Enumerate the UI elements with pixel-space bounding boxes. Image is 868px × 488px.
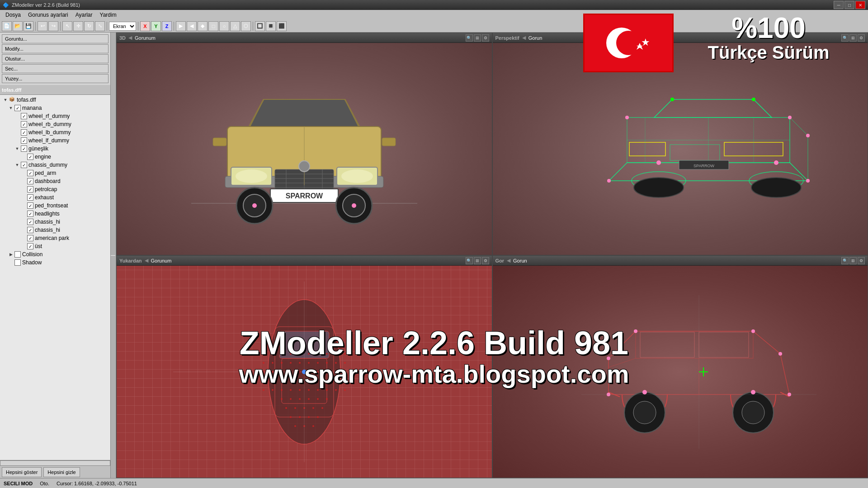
viewport-top-body[interactable] — [117, 266, 492, 478]
tree-shadow[interactable]: ▶ Shadow — [1, 258, 109, 267]
rotate-button[interactable]: ↻ — [84, 21, 94, 31]
tree-engine[interactable]: ▶ ✓ engine — [1, 153, 109, 161]
show-all-button[interactable]: Hepsini göster — [2, 467, 42, 477]
tree-root[interactable]: ▼ 📦 tofas.dff — [1, 96, 109, 104]
tool-6[interactable]: △ — [230, 21, 240, 31]
tool-7[interactable]: ⬡ — [241, 21, 251, 31]
tree-headlights[interactable]: ▶ ✓ headlights — [1, 210, 109, 218]
expand-root[interactable]: ▼ — [3, 97, 8, 103]
expand-guneslik[interactable]: ▼ — [14, 146, 20, 151]
viewport-perspektif[interactable]: Perspektif ◀ Gorun 🔍 ⊞ ⚙ — [492, 33, 868, 255]
move-button[interactable]: ✛ — [73, 21, 83, 31]
tree-container[interactable]: ▼ 📦 tofas.dff ▼ ✓ manana ▶ ✓ wheel_rf_du… — [0, 95, 110, 460]
render-2[interactable]: 🔳 — [266, 21, 276, 31]
check-ped-arm[interactable]: ✓ — [27, 170, 33, 176]
check-petrolcap[interactable]: ✓ — [27, 186, 33, 192]
tree-chassis-hi2[interactable]: ▶ ✓ chassis_hi — [1, 226, 109, 234]
viewport-gor[interactable]: Gor ◀ Gorun 🔍 ⊞ ⚙ — [492, 255, 868, 478]
viewport-pers-body[interactable]: SPARROW — [493, 43, 868, 255]
tree-dashboard[interactable]: ▶ ✓ dashboard — [1, 177, 109, 185]
tree-wheel-lf[interactable]: ▶ ✓ wheel_lf_dummy — [1, 136, 109, 145]
expand-chassis[interactable]: ▼ — [14, 162, 20, 168]
check-guneslik[interactable]: ✓ — [21, 145, 27, 152]
check-headlights[interactable]: ✓ — [27, 211, 33, 217]
check-collision[interactable] — [14, 251, 21, 258]
x-axis[interactable]: X — [140, 21, 150, 31]
maximize-button[interactable]: □ — [844, 1, 854, 9]
tool-3[interactable]: ◆ — [198, 21, 208, 31]
minimize-button[interactable]: ─ — [834, 1, 844, 9]
check-chassis-hi1[interactable]: ✓ — [27, 219, 33, 225]
tree-chassis-hi1[interactable]: ▶ ✓ chassis_hi — [1, 218, 109, 226]
tree-manana[interactable]: ▼ ✓ manana — [1, 104, 109, 112]
titlebar-controls[interactable]: ─ □ ✕ — [834, 1, 865, 9]
tool-1[interactable]: ▶ — [176, 21, 186, 31]
tool-4[interactable]: □ — [208, 21, 218, 31]
new-button[interactable]: 📄 — [2, 21, 12, 31]
check-chassis[interactable]: ✓ — [21, 162, 27, 168]
check-exhaust[interactable]: ✓ — [27, 194, 33, 201]
hide-all-button[interactable]: Hepsini gizle — [43, 467, 80, 477]
vp-3d-settings[interactable]: ⚙ — [482, 34, 489, 42]
check-wheel-lf[interactable]: ✓ — [21, 137, 27, 144]
vp-top-settings[interactable]: ⚙ — [482, 257, 489, 264]
scroll-track[interactable] — [0, 460, 110, 466]
check-chassis-hi2[interactable]: ✓ — [27, 227, 33, 233]
undo-button[interactable]: ↩ — [38, 21, 47, 31]
check-frontseat[interactable]: ✓ — [27, 202, 33, 209]
modify-button[interactable]: Modify... — [2, 44, 108, 53]
vp-pers-expand[interactable]: ⊞ — [849, 34, 857, 42]
viewport-3d[interactable]: 3D ◀ Gorunum 🔍 ⊞ ⚙ — [116, 33, 492, 255]
check-wheel-rb[interactable]: ✓ — [21, 121, 27, 127]
close-button[interactable]: ✕ — [855, 1, 865, 9]
check-wheel-lb[interactable]: ✓ — [21, 129, 27, 136]
tool-5[interactable]: ○ — [219, 21, 229, 31]
menu-yardim[interactable]: Yardim — [96, 10, 120, 20]
save-button[interactable]: 💾 — [24, 21, 33, 31]
tool-2[interactable]: ◀ — [187, 21, 197, 31]
goruntu-button[interactable]: Goruntu... — [2, 34, 108, 43]
sec-button[interactable]: Sec... — [2, 64, 108, 73]
viewport-yukardan[interactable]: Yukardan ◀ Gorunum 🔍 ⊞ ⚙ — [116, 255, 492, 478]
vp-gor-search[interactable]: 🔍 — [841, 257, 849, 264]
z-axis[interactable]: Z — [162, 21, 172, 31]
y-axis[interactable]: Y — [151, 21, 161, 31]
check-shadow[interactable] — [14, 259, 21, 266]
tree-exhaust[interactable]: ▶ ✓ exhaust — [1, 193, 109, 202]
side-collapse-button[interactable]: | — [111, 33, 116, 478]
tree-guneslik[interactable]: ▼ ✓ güneşlik — [1, 145, 109, 153]
vp-pers-settings[interactable]: ⚙ — [858, 34, 865, 42]
tree-scrollbar[interactable] — [0, 460, 110, 465]
scale-button[interactable]: ⤡ — [95, 21, 105, 31]
tree-chassis-dummy[interactable]: ▼ ✓ chassis_dummy — [1, 161, 109, 169]
vp-3d-expand[interactable]: ⊞ — [474, 34, 481, 42]
tree-ust[interactable]: ▶ ✓ üst — [1, 242, 109, 250]
tree-ped-arm[interactable]: ▶ ✓ ped_arm — [1, 169, 109, 177]
menu-ayarlar[interactable]: Ayarlar — [72, 10, 96, 20]
render-1[interactable]: 🔲 — [255, 21, 265, 31]
select-button[interactable]: ↖ — [62, 21, 72, 31]
check-wheel-rf[interactable]: ✓ — [21, 113, 27, 119]
vp-gor-expand[interactable]: ⊞ — [849, 257, 857, 264]
vp-top-expand[interactable]: ⊞ — [474, 257, 481, 264]
menu-dosya[interactable]: Dosya — [2, 10, 24, 20]
olustur-button[interactable]: Olustur... — [2, 54, 108, 63]
vp-3d-search[interactable]: 🔍 — [466, 34, 473, 42]
tree-wheel-lb[interactable]: ▶ ✓ wheel_lb_dummy — [1, 128, 109, 136]
menu-gorunus[interactable]: Gorunus ayarlari — [24, 10, 72, 20]
check-american-park[interactable]: ✓ — [27, 235, 33, 241]
check-engine[interactable]: ✓ — [27, 154, 33, 160]
view-dropdown[interactable]: Ekran — [109, 22, 136, 31]
tree-ped-frontseat[interactable]: ▶ ✓ ped_frontseat — [1, 202, 109, 210]
check-dashboard[interactable]: ✓ — [27, 178, 33, 184]
tree-collision[interactable]: ▶ Collision — [1, 250, 109, 258]
tree-petrolcap[interactable]: ▶ ✓ petrolcap — [1, 185, 109, 193]
expand-collision[interactable]: ▶ — [8, 252, 14, 257]
yuzey-button[interactable]: Yuzey... — [2, 74, 108, 83]
check-manana[interactable]: ✓ — [14, 105, 21, 111]
expand-manana[interactable]: ▼ — [8, 105, 14, 111]
viewport-gor-body[interactable] — [493, 266, 868, 478]
tree-wheel-rb[interactable]: ▶ ✓ wheel_rb_dummy — [1, 120, 109, 128]
tree-american-park[interactable]: ▶ ✓ american park — [1, 234, 109, 242]
viewport-3d-body[interactable]: SPARROW — [117, 43, 492, 255]
